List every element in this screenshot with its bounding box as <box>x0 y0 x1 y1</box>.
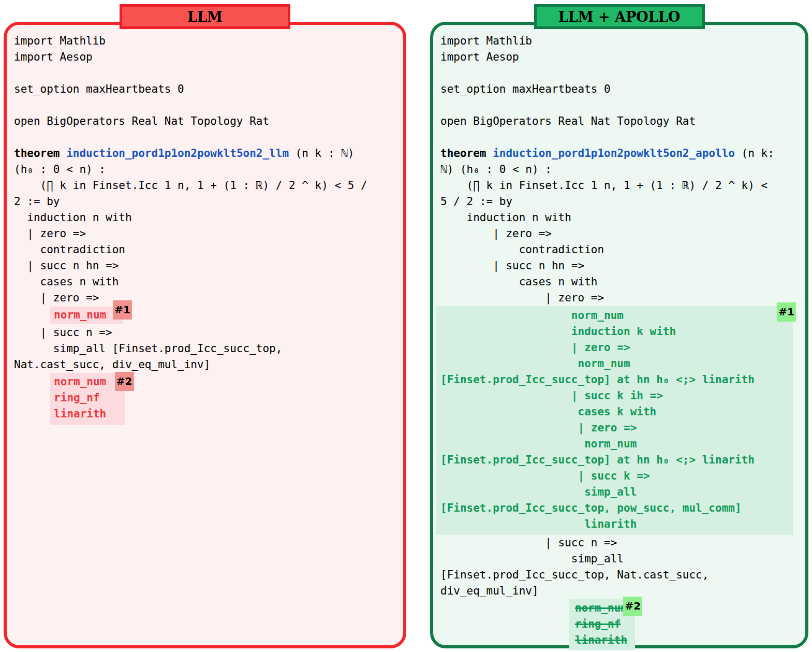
code-segment: (∏ k in Finset.Icc 1 n, 1 + (1 : ℝ) / 2 … <box>440 179 767 192</box>
code-line: [Finset.prod_Icc_succ_top] at hn h₀ <;> … <box>440 372 793 388</box>
code-segment: 5 / 2 := by <box>440 195 512 208</box>
code-line: div_eq_mul_inv] <box>440 583 799 599</box>
panel-llm-title-label: LLM <box>187 9 223 25</box>
code-line <box>440 129 799 146</box>
code-segment: div_eq_mul_inv] <box>440 585 539 597</box>
code-line: import Aesop <box>14 49 397 65</box>
code-line: norm_num <box>440 356 793 372</box>
code-line: 5 / 2 := by <box>440 194 799 210</box>
code-segment: | zero => <box>14 227 86 240</box>
code-segment: open BigOperators Real Nat Topology Rat <box>440 115 696 127</box>
code-line: 2 := by <box>14 194 397 210</box>
annotation-badge-1: #1 <box>113 300 132 320</box>
code-segment: [Finset.prod_Icc_succ_top, pow_succ, mul… <box>440 502 742 514</box>
code-line <box>440 97 799 113</box>
code-line: cases k with <box>440 404 793 420</box>
code-segment: | succ n hn => <box>440 259 584 272</box>
code-line: theorem induction_pord1p1on2powklt5on2_l… <box>14 146 397 162</box>
code-segment: induction n with <box>440 211 571 224</box>
code-line: | zero => <box>14 290 397 306</box>
code-segment: import Mathlib <box>440 35 532 47</box>
code-segment: norm_num <box>440 438 637 450</box>
code-line: import Mathlib <box>14 33 397 49</box>
code-segment: import Aesop <box>440 51 519 63</box>
code-segment-name: induction_pord1p1on2powklt5on2_apollo <box>493 147 735 160</box>
panel-apollo-title-box: LLM + APOLLO <box>534 4 705 29</box>
annotation-badge-1: #1 <box>777 302 796 322</box>
code-line: import Mathlib <box>440 33 799 49</box>
code-segment: norm_num <box>440 309 624 322</box>
code-line: norm_num <box>440 308 793 324</box>
code-segment: (h₀ : 0 < n) : <box>14 163 106 176</box>
code-line: cases n with <box>14 274 397 290</box>
code-line: induction n with <box>440 210 799 226</box>
code-line: ℕ) (h₀ : 0 < n) : <box>440 162 799 178</box>
code-line: | zero => <box>440 226 799 242</box>
code-line: simp_all <box>440 484 793 500</box>
code-line: cases n with <box>440 274 799 290</box>
code-segment: | zero => <box>440 341 630 354</box>
code-line <box>14 97 397 113</box>
code-segment: | succ n hn => <box>14 259 119 272</box>
code-line: | succ n => <box>14 325 397 341</box>
code-segment: induction k with <box>440 325 676 338</box>
code-segment: set_option maxHeartbeats 0 <box>440 83 611 95</box>
panel-apollo-title-label: LLM + APOLLO <box>558 9 681 25</box>
code-segment: [Finset.prod_Icc_succ_top] at hn h₀ <;> … <box>440 373 755 386</box>
code-segment: contradiction <box>14 243 125 256</box>
code-segment: (n k : ℕ) <box>289 147 354 160</box>
code-line: contradiction <box>440 242 799 258</box>
code-line: [Finset.prod_Icc_succ_top, Nat.cast_succ… <box>440 567 799 583</box>
code-line: simp_all [Finset.prod_Icc_succ_top, <box>14 341 397 357</box>
annotation-badge-2: #2 <box>623 597 642 616</box>
code-segment: norm_num <box>54 309 106 321</box>
code-line: | succ n => <box>440 535 799 551</box>
panel-llm: LLM import Mathlibimport Aesopset_option… <box>4 22 406 648</box>
code-segment-kw: theorem <box>440 147 493 160</box>
code-line: set_option maxHeartbeats 0 <box>14 81 397 97</box>
code-segment: cases k with <box>440 405 656 418</box>
code-segment-name: induction_pord1p1on2powklt5on2_llm <box>66 147 289 160</box>
code-line: linarith <box>440 516 793 532</box>
code-comparison-figure: LLM import Mathlibimport Aesopset_option… <box>0 0 812 652</box>
code-segment: | zero => <box>440 227 552 240</box>
code-segment: induction n with <box>14 211 132 224</box>
code-line: induction k with <box>440 324 793 340</box>
highlight-block-2: #2norm_numring_nflinarith <box>569 599 636 650</box>
code-segment: import Aesop <box>14 51 93 63</box>
code-line: linarith <box>54 406 106 422</box>
code-segment: linarith <box>54 408 106 420</box>
code-segment: simp_all [Finset.prod_Icc_succ_top, <box>14 342 282 355</box>
code-line: open BigOperators Real Nat Topology Rat <box>440 113 799 129</box>
code-segment: (∏ k in Finset.Icc 1 n, 1 + (1 : ℝ) / 2 … <box>14 179 367 192</box>
code-line: theorem induction_pord1p1on2powklt5on2_a… <box>440 146 799 162</box>
code-line: | zero => <box>440 340 793 356</box>
code-line: set_option maxHeartbeats 0 <box>440 81 799 97</box>
code-line: (∏ k in Finset.Icc 1 n, 1 + (1 : ℝ) / 2 … <box>14 178 397 194</box>
code-line <box>14 129 397 146</box>
code-segment: | zero => <box>14 292 99 304</box>
code-line: simp_all <box>440 551 799 567</box>
code-segment: simp_all <box>440 486 637 498</box>
highlight-block-1: #1 norm_num induction k with | zero => n… <box>436 306 793 535</box>
code-segment: Nat.cast_succ, div_eq_mul_inv] <box>14 358 210 371</box>
code-line: linarith <box>575 632 627 648</box>
code-segment-kw: theorem <box>14 147 66 160</box>
code-segment: 2 := by <box>14 195 60 208</box>
code-segment: | succ k ih => <box>440 389 663 402</box>
annotation-badge-2: #2 <box>115 372 134 391</box>
code-segment: [Finset.prod_Icc_succ_top, Nat.cast_succ… <box>440 569 708 581</box>
code-segment: linarith <box>575 634 627 646</box>
code-segment: ring_nf <box>54 392 100 404</box>
code-segment: norm_num <box>575 602 627 614</box>
code-segment: contradiction <box>440 243 604 256</box>
code-line: | succ n hn => <box>440 258 799 274</box>
code-line: contradiction <box>14 242 397 258</box>
code-line: (h₀ : 0 < n) : <box>14 162 397 178</box>
code-line: | succ k => <box>440 468 793 484</box>
code-segment: cases n with <box>440 276 597 288</box>
code-segment: norm_num <box>54 375 106 388</box>
code-segment: ℕ) (h₀ : 0 < n) : <box>440 163 552 176</box>
highlight-block-2: #2norm_numring_nflinarith <box>50 373 125 425</box>
code-line: ring_nf <box>54 390 106 406</box>
